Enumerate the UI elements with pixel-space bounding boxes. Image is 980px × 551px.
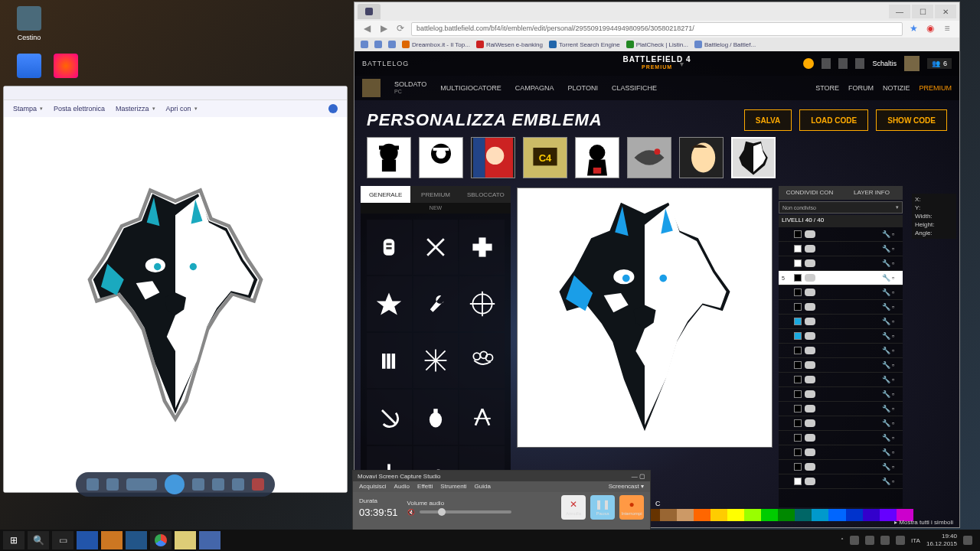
shape-tab-unlocked[interactable]: SBLOCCATO xyxy=(461,186,511,203)
back-button[interactable]: ◀ xyxy=(361,23,373,35)
layer-dup-icon[interactable]: ▫ xyxy=(892,478,900,485)
chat-icon[interactable] xyxy=(855,58,864,69)
pv-rotate-left[interactable] xyxy=(212,478,224,491)
tray-icon[interactable] xyxy=(850,536,859,545)
desktop-recycle-bin[interactable]: Cestino xyxy=(6,6,52,41)
bookmark-item[interactable] xyxy=(374,41,382,48)
color-swatch[interactable] xyxy=(828,509,845,521)
start-button[interactable]: ⊞ xyxy=(3,531,24,549)
layer-dup-icon[interactable]: ▫ xyxy=(892,361,900,369)
bookmark-item[interactable] xyxy=(361,41,368,48)
shape-tab-premium[interactable]: PREMIUM xyxy=(410,186,460,203)
layer-row[interactable]: 🔧▫ xyxy=(779,344,903,358)
trophy-icon[interactable] xyxy=(838,58,848,69)
color-swatch[interactable] xyxy=(846,509,863,521)
layer-tool-icon[interactable]: 🔧 xyxy=(882,274,890,282)
color-swatch[interactable] xyxy=(744,509,761,521)
battlelog-logo[interactable]: BATTLELOG xyxy=(362,60,409,67)
task-view-button[interactable]: ▭ xyxy=(52,531,74,549)
window-close[interactable]: ✕ xyxy=(935,5,956,18)
bookmark-item[interactable]: Dreambox.it - Il Top... xyxy=(402,41,470,48)
layer-dup-icon[interactable]: ▫ xyxy=(892,463,900,471)
emblem-thumb[interactable] xyxy=(627,137,671,178)
emblem-thumb[interactable] xyxy=(679,137,724,178)
layer-tool-icon[interactable]: 🔧 xyxy=(882,230,890,238)
mv-menu-audio[interactable]: Audio xyxy=(394,483,410,491)
layer-dup-icon[interactable]: ▫ xyxy=(892,289,900,296)
mv-volume-slider[interactable] xyxy=(420,510,511,514)
color-swatch[interactable] xyxy=(863,509,880,521)
pv-delete[interactable] xyxy=(252,478,264,491)
tray-wifi-icon[interactable] xyxy=(880,536,890,545)
layer-tool-icon[interactable]: 🔧 xyxy=(882,390,890,398)
layer-tool-icon[interactable]: 🔧 xyxy=(882,478,890,485)
emblem-thumb[interactable] xyxy=(367,137,411,178)
layer-tool-icon[interactable]: 🔧 xyxy=(882,318,890,325)
layer-row[interactable]: 🔧▫ xyxy=(779,358,903,373)
shape-dogtag[interactable] xyxy=(367,220,412,275)
layer-row[interactable]: 🔧▫ xyxy=(779,402,903,416)
layer-tool-icon[interactable]: 🔧 xyxy=(882,289,890,296)
layer-row[interactable]: 🔧▫ xyxy=(779,460,903,474)
layer-row[interactable]: 🔧▫ xyxy=(779,474,903,489)
shape-arrows[interactable] xyxy=(413,333,459,388)
layer-dup-icon[interactable]: ▫ xyxy=(892,230,900,238)
shape-tab-general[interactable]: GENERALE xyxy=(361,186,410,203)
forward-button[interactable]: ▶ xyxy=(377,23,390,35)
layer-row[interactable]: 🔧▫ xyxy=(779,445,903,460)
save-button[interactable]: SALVA xyxy=(744,109,792,131)
desktop-icon-2[interactable] xyxy=(43,54,89,81)
layer-tool-icon[interactable]: 🔧 xyxy=(882,376,890,383)
layer-tool-icon[interactable]: 🔧 xyxy=(882,405,890,412)
mv-stop-button[interactable]: ●Interrompi xyxy=(619,495,644,520)
color-swatch[interactable] xyxy=(677,509,694,521)
emblem-thumb[interactable] xyxy=(575,137,619,178)
shape-wrench[interactable] xyxy=(413,276,459,331)
color-swatch[interactable] xyxy=(727,509,744,521)
nav-premium[interactable]: PREMIUM xyxy=(920,84,952,92)
tray-icon[interactable] xyxy=(865,536,874,545)
layer-row[interactable]: 🔧▫ xyxy=(779,227,903,242)
tray-notifications-icon[interactable] xyxy=(963,536,972,545)
layer-dup-icon[interactable]: ▫ xyxy=(892,274,900,282)
taskbar-app[interactable] xyxy=(126,531,147,549)
shape-hammer-sickle[interactable] xyxy=(367,390,412,445)
layer-tool-icon[interactable]: 🔧 xyxy=(882,303,890,311)
layer-dup-icon[interactable]: ▫ xyxy=(892,245,900,253)
pv-prev-button[interactable] xyxy=(87,478,99,491)
emblem-canvas[interactable] xyxy=(517,187,773,448)
nav-platoons[interactable]: PLOTONI xyxy=(568,84,598,92)
menu-icon[interactable]: ≡ xyxy=(941,23,953,35)
bookmark-star-icon[interactable]: ★ xyxy=(907,23,920,35)
tray-volume-icon[interactable] xyxy=(896,536,905,545)
pv-zoom-slider[interactable] xyxy=(126,478,157,491)
shape-knuckles[interactable] xyxy=(459,333,505,388)
layer-dup-icon[interactable]: ▫ xyxy=(892,390,900,398)
taskbar-app[interactable] xyxy=(77,531,98,549)
layer-dup-icon[interactable]: ▫ xyxy=(892,318,900,325)
layer-row[interactable]: 🔧▫ xyxy=(779,431,903,445)
layer-tool-icon[interactable]: 🔧 xyxy=(882,434,890,442)
layer-dup-icon[interactable]: ▫ xyxy=(892,259,900,267)
layer-tool-icon[interactable]: 🔧 xyxy=(882,419,890,427)
mv-cancel-button[interactable]: ✕Annulla xyxy=(561,495,586,520)
taskbar-explorer[interactable] xyxy=(175,531,196,549)
address-bar[interactable]: battlelog.battlefield.com/bf4/it/emblem/… xyxy=(411,22,903,36)
share-dropdown[interactable]: Non condiviso▾ xyxy=(779,201,903,214)
pv-menu-burn[interactable]: Masterizza ▾ xyxy=(116,105,155,112)
layer-tool-icon[interactable]: 🔧 xyxy=(882,361,890,369)
speaker-icon[interactable]: 🔇 xyxy=(407,509,415,516)
layer-row[interactable]: 🔧▫ xyxy=(779,416,903,431)
nav-forum[interactable]: FORUM xyxy=(848,84,874,92)
color-swatch[interactable] xyxy=(761,509,778,521)
shape-swords[interactable] xyxy=(413,220,459,275)
username[interactable]: Schaltis xyxy=(872,60,897,67)
layer-tool-icon[interactable]: 🔧 xyxy=(882,332,890,340)
bookmark-item[interactable]: Battlelog / Battlef... xyxy=(694,41,756,48)
browser-tab[interactable] xyxy=(358,4,381,19)
layer-row[interactable]: 🔧▫ xyxy=(779,300,903,315)
mirror-c[interactable]: C xyxy=(655,500,661,507)
layer-row[interactable]: 🔧▫ xyxy=(779,256,903,271)
layer-tool-icon[interactable]: 🔧 xyxy=(882,259,890,267)
pv-play-button[interactable] xyxy=(165,474,185,494)
